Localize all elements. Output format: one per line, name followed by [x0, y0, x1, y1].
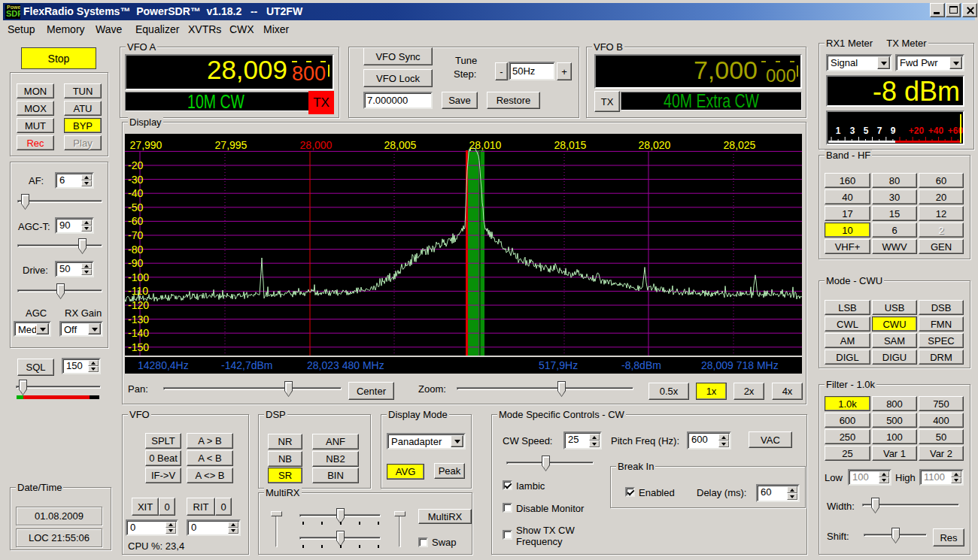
svg-text:28,000: 28,000 [300, 139, 333, 151]
svg-text:-130: -130 [128, 313, 149, 325]
svg-text:3: 3 [850, 126, 855, 136]
svg-text:-80: -80 [128, 244, 143, 256]
svg-text:-60: -60 [128, 215, 143, 227]
svg-text:-150: -150 [128, 341, 149, 353]
svg-text:27,995: 27,995 [215, 139, 248, 151]
svg-text:-100: -100 [128, 271, 149, 283]
svg-text:-120: -120 [128, 299, 149, 311]
svg-text:-40: -40 [128, 187, 143, 199]
svg-text:28,020: 28,020 [639, 139, 671, 151]
svg-text:28,015: 28,015 [554, 139, 587, 151]
svg-text:5: 5 [864, 126, 869, 136]
svg-text:7: 7 [877, 126, 882, 136]
svg-text:28,010: 28,010 [469, 139, 502, 151]
svg-text:+20: +20 [909, 126, 925, 136]
svg-text:28,005: 28,005 [384, 139, 417, 151]
svg-text:-110: -110 [128, 285, 148, 297]
svg-text:+40: +40 [928, 126, 944, 136]
svg-text:28,025: 28,025 [724, 139, 756, 151]
svg-text:-90: -90 [128, 257, 143, 269]
svg-text:-30: -30 [128, 174, 143, 186]
svg-text:27,990: 27,990 [130, 139, 162, 151]
svg-text:9: 9 [891, 126, 896, 136]
svg-text:-140: -140 [128, 327, 149, 339]
svg-text:1: 1 [836, 126, 841, 136]
svg-text:-70: -70 [128, 229, 143, 241]
svg-text:-50: -50 [128, 201, 143, 213]
svg-text:-20: -20 [128, 159, 143, 171]
